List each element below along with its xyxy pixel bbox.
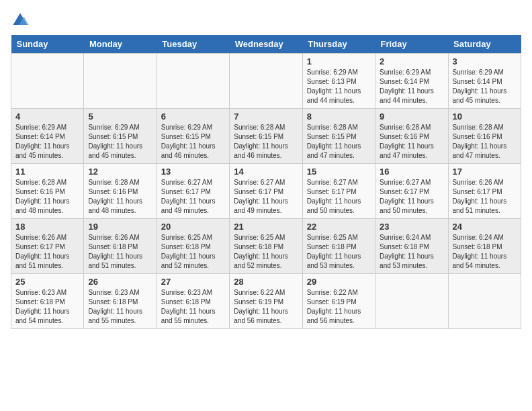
calendar-cell: 19Sunrise: 6:26 AMSunset: 6:18 PMDayligh…	[84, 219, 157, 274]
calendar-cell: 22Sunrise: 6:25 AMSunset: 6:18 PMDayligh…	[302, 219, 375, 274]
day-info: Sunrise: 6:28 AMSunset: 6:15 PMDaylight:…	[307, 123, 371, 161]
day-number: 23	[380, 222, 443, 232]
day-number: 22	[307, 222, 371, 232]
calendar-cell	[448, 274, 521, 329]
day-info: Sunrise: 6:28 AMSunset: 6:16 PMDaylight:…	[88, 178, 152, 216]
day-number: 29	[307, 277, 371, 287]
calendar-cell: 13Sunrise: 6:27 AMSunset: 6:17 PMDayligh…	[157, 164, 229, 219]
day-info: Sunrise: 6:23 AMSunset: 6:18 PMDaylight:…	[161, 288, 225, 326]
day-info: Sunrise: 6:27 AMSunset: 6:17 PMDaylight:…	[161, 178, 225, 216]
day-info: Sunrise: 6:24 AMSunset: 6:18 PMDaylight:…	[453, 233, 517, 271]
day-info: Sunrise: 6:26 AMSunset: 6:17 PMDaylight:…	[453, 178, 517, 216]
day-number: 7	[234, 111, 298, 122]
calendar-cell: 17Sunrise: 6:26 AMSunset: 6:17 PMDayligh…	[448, 164, 521, 219]
day-number: 10	[453, 111, 517, 122]
day-number: 8	[307, 111, 371, 122]
day-number: 12	[88, 167, 152, 177]
weekday-header-saturday: Saturday	[448, 35, 521, 54]
day-info: Sunrise: 6:23 AMSunset: 6:18 PMDaylight:…	[88, 288, 152, 326]
day-info: Sunrise: 6:29 AMSunset: 6:14 PMDaylight:…	[380, 68, 443, 105]
calendar-cell: 21Sunrise: 6:25 AMSunset: 6:18 PMDayligh…	[230, 219, 302, 274]
day-info: Sunrise: 6:28 AMSunset: 6:16 PMDaylight:…	[15, 178, 79, 216]
day-number: 25	[15, 277, 79, 287]
day-number: 4	[15, 111, 79, 122]
day-info: Sunrise: 6:29 AMSunset: 6:14 PMDaylight:…	[15, 123, 79, 161]
day-info: Sunrise: 6:25 AMSunset: 6:18 PMDaylight:…	[234, 233, 298, 271]
calendar-week-row: 11Sunrise: 6:28 AMSunset: 6:16 PMDayligh…	[11, 164, 521, 219]
day-number: 9	[380, 111, 443, 122]
calendar-cell: 8Sunrise: 6:28 AMSunset: 6:15 PMDaylight…	[302, 109, 375, 164]
day-info: Sunrise: 6:29 AMSunset: 6:13 PMDaylight:…	[307, 68, 371, 105]
day-number: 14	[234, 167, 298, 177]
calendar-week-row: 1Sunrise: 6:29 AMSunset: 6:13 PMDaylight…	[11, 54, 521, 109]
day-info: Sunrise: 6:27 AMSunset: 6:17 PMDaylight:…	[307, 178, 371, 216]
day-number: 26	[88, 277, 152, 287]
day-info: Sunrise: 6:27 AMSunset: 6:17 PMDaylight:…	[234, 178, 298, 216]
day-info: Sunrise: 6:23 AMSunset: 6:18 PMDaylight:…	[15, 288, 79, 326]
day-number: 19	[88, 222, 152, 232]
calendar-cell: 26Sunrise: 6:23 AMSunset: 6:18 PMDayligh…	[84, 274, 157, 329]
calendar-cell	[84, 54, 157, 109]
day-info: Sunrise: 6:28 AMSunset: 6:16 PMDaylight:…	[380, 123, 443, 161]
calendar-cell	[375, 274, 448, 329]
calendar-week-row: 18Sunrise: 6:26 AMSunset: 6:17 PMDayligh…	[11, 219, 521, 274]
calendar-cell	[230, 54, 302, 109]
day-info: Sunrise: 6:25 AMSunset: 6:18 PMDaylight:…	[161, 233, 225, 271]
calendar-body: 1Sunrise: 6:29 AMSunset: 6:13 PMDaylight…	[11, 54, 521, 329]
day-info: Sunrise: 6:26 AMSunset: 6:18 PMDaylight:…	[88, 233, 152, 271]
day-info: Sunrise: 6:22 AMSunset: 6:19 PMDaylight:…	[234, 288, 298, 326]
calendar-cell: 9Sunrise: 6:28 AMSunset: 6:16 PMDaylight…	[375, 109, 448, 164]
calendar-cell: 1Sunrise: 6:29 AMSunset: 6:13 PMDaylight…	[302, 54, 375, 109]
calendar-cell: 7Sunrise: 6:28 AMSunset: 6:15 PMDaylight…	[230, 109, 302, 164]
logo	[11, 11, 32, 30]
weekday-header-thursday: Thursday	[302, 35, 375, 54]
day-number: 24	[453, 222, 517, 232]
day-number: 15	[307, 167, 371, 177]
calendar-cell: 18Sunrise: 6:26 AMSunset: 6:17 PMDayligh…	[11, 219, 84, 274]
day-number: 21	[234, 222, 298, 232]
weekday-header-sunday: Sunday	[11, 35, 84, 54]
calendar-header: SundayMondayTuesdayWednesdayThursdayFrid…	[11, 35, 521, 54]
day-info: Sunrise: 6:24 AMSunset: 6:18 PMDaylight:…	[380, 233, 443, 271]
day-number: 6	[161, 111, 225, 122]
calendar-cell: 20Sunrise: 6:25 AMSunset: 6:18 PMDayligh…	[157, 219, 229, 274]
day-info: Sunrise: 6:28 AMSunset: 6:16 PMDaylight:…	[453, 123, 517, 161]
day-info: Sunrise: 6:29 AMSunset: 6:15 PMDaylight:…	[161, 123, 225, 161]
calendar-cell	[11, 54, 84, 109]
weekday-header-monday: Monday	[84, 35, 157, 54]
calendar-cell: 10Sunrise: 6:28 AMSunset: 6:16 PMDayligh…	[448, 109, 521, 164]
day-number: 2	[380, 56, 443, 66]
day-number: 11	[15, 167, 79, 177]
calendar-cell: 28Sunrise: 6:22 AMSunset: 6:19 PMDayligh…	[230, 274, 302, 329]
weekday-header-row: SundayMondayTuesdayWednesdayThursdayFrid…	[11, 35, 521, 54]
day-number: 16	[380, 167, 443, 177]
logo-icon	[11, 11, 30, 30]
day-info: Sunrise: 6:27 AMSunset: 6:17 PMDaylight:…	[380, 178, 443, 216]
calendar-cell: 16Sunrise: 6:27 AMSunset: 6:17 PMDayligh…	[375, 164, 448, 219]
day-number: 20	[161, 222, 225, 232]
calendar-cell: 11Sunrise: 6:28 AMSunset: 6:16 PMDayligh…	[11, 164, 84, 219]
day-number: 1	[307, 56, 371, 66]
day-info: Sunrise: 6:29 AMSunset: 6:14 PMDaylight:…	[453, 68, 517, 105]
day-number: 27	[161, 277, 225, 287]
calendar-week-row: 25Sunrise: 6:23 AMSunset: 6:18 PMDayligh…	[11, 274, 521, 329]
calendar-table: SundayMondayTuesdayWednesdayThursdayFrid…	[11, 35, 521, 329]
day-info: Sunrise: 6:28 AMSunset: 6:15 PMDaylight:…	[234, 123, 298, 161]
day-info: Sunrise: 6:29 AMSunset: 6:15 PMDaylight:…	[88, 123, 152, 161]
weekday-header-tuesday: Tuesday	[157, 35, 229, 54]
calendar-cell: 27Sunrise: 6:23 AMSunset: 6:18 PMDayligh…	[157, 274, 229, 329]
day-number: 18	[15, 222, 79, 232]
calendar-cell: 5Sunrise: 6:29 AMSunset: 6:15 PMDaylight…	[84, 109, 157, 164]
calendar-week-row: 4Sunrise: 6:29 AMSunset: 6:14 PMDaylight…	[11, 109, 521, 164]
day-number: 17	[453, 167, 517, 177]
calendar-cell: 23Sunrise: 6:24 AMSunset: 6:18 PMDayligh…	[375, 219, 448, 274]
day-info: Sunrise: 6:22 AMSunset: 6:19 PMDaylight:…	[307, 288, 371, 326]
calendar-cell	[157, 54, 229, 109]
day-info: Sunrise: 6:26 AMSunset: 6:17 PMDaylight:…	[15, 233, 79, 271]
calendar-cell: 24Sunrise: 6:24 AMSunset: 6:18 PMDayligh…	[448, 219, 521, 274]
weekday-header-wednesday: Wednesday	[230, 35, 302, 54]
calendar-cell: 14Sunrise: 6:27 AMSunset: 6:17 PMDayligh…	[230, 164, 302, 219]
calendar-cell: 2Sunrise: 6:29 AMSunset: 6:14 PMDaylight…	[375, 54, 448, 109]
day-number: 3	[453, 56, 517, 66]
calendar-cell: 15Sunrise: 6:27 AMSunset: 6:17 PMDayligh…	[302, 164, 375, 219]
